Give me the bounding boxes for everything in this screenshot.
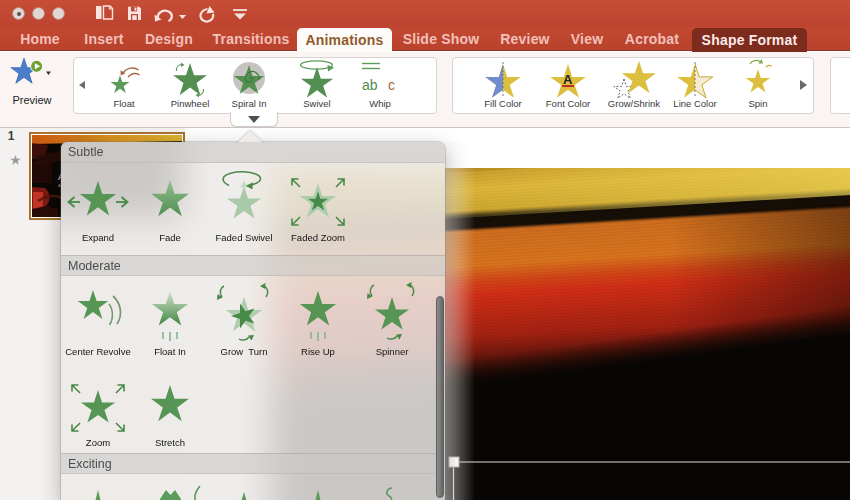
svg-text:ab: ab [362,77,378,93]
svg-text:A: A [563,72,573,87]
svg-text:c: c [388,77,395,93]
